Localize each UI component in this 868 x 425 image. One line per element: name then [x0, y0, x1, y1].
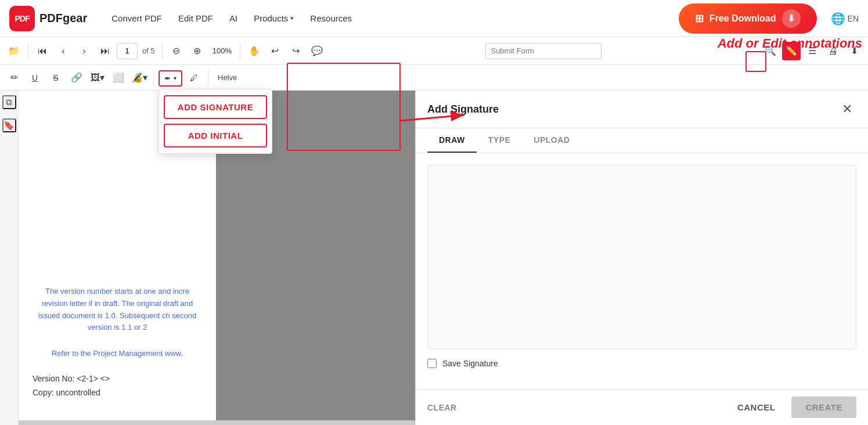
logo-icon: PDF	[9, 6, 35, 31]
divider	[153, 70, 154, 86]
add-signature-dialog: Add Signature ✕ DRAW TYPE UPLOAD Save Si…	[415, 91, 868, 425]
nav-resources[interactable]: Resources	[309, 11, 353, 26]
redo-button[interactable]: ↪	[287, 42, 305, 60]
chevron-down-icon: ▾	[290, 15, 294, 22]
pencil-button[interactable]: ✏	[5, 69, 23, 87]
underline-button[interactable]: U	[26, 69, 44, 87]
cancel-button[interactable]: CANCEL	[728, 397, 785, 418]
nav-convert-pdf[interactable]: Convert PDF	[110, 11, 163, 26]
comment-button[interactable]: 💬	[308, 42, 326, 60]
lang-selector[interactable]: 🌐 EN	[831, 12, 859, 26]
thumbnail-panel-button[interactable]: ⧉	[2, 95, 16, 109]
signature-area: Add Signature ✒ ▾ ADD SIGNATURE ADD INIT…	[159, 69, 182, 87]
main-area: ⧉ 🔖 The version number starts at one and…	[0, 91, 868, 425]
add-initial-button[interactable]: ADD INITIAL	[164, 124, 267, 147]
pdf-copy: Copy: uncontrolled	[33, 388, 202, 397]
font-name: Helve	[218, 73, 237, 82]
clear-button[interactable]: CLEAR	[427, 403, 457, 412]
page-count: of 5	[142, 46, 155, 55]
left-panel: ⧉ 🔖	[0, 91, 19, 425]
windows-icon: ⊞	[695, 12, 704, 25]
chevron-sig-icon: ▾	[174, 75, 177, 81]
dialog-header: Add Signature ✕	[416, 91, 868, 128]
toolbar-annotation: ✏ U S 🔗 🖼▾ ⬜ 🔏▾ Add Signature ✒ ▾ ADD SI…	[0, 65, 868, 91]
prev-page-button[interactable]: ‹	[54, 42, 73, 60]
divider	[208, 70, 208, 86]
dialog-close-button[interactable]: ✕	[838, 100, 856, 118]
tab-draw[interactable]: DRAW	[427, 128, 477, 153]
zoom-level: 100%	[213, 46, 232, 55]
bookmark-panel-button[interactable]: 🔖	[2, 118, 16, 132]
nav-ai[interactable]: AI	[228, 11, 239, 26]
crop-button[interactable]: ⬜	[109, 69, 128, 87]
image-button[interactable]: 🖼▾	[88, 69, 107, 87]
stamp-button[interactable]: 🔏▾	[130, 69, 149, 87]
search-button[interactable]: 🔍	[761, 42, 780, 60]
dialog-action-buttons: CANCEL CREATE	[728, 397, 856, 418]
pdf-version-no: Version No: <2-1> <>	[33, 374, 202, 383]
save-signature-row: Save Signature	[427, 359, 856, 368]
link-button[interactable]: 🔗	[67, 69, 86, 87]
top-nav: PDF PDFgear Convert PDF Edit PDF AI Prod…	[0, 0, 868, 37]
dialog-footer: CLEAR CANCEL CREATE	[416, 389, 868, 425]
first-page-button[interactable]: ⏮	[33, 42, 52, 60]
pen-icon: ✒	[164, 74, 171, 83]
submit-form-input[interactable]	[485, 43, 602, 59]
app-name: PDFgear	[39, 12, 87, 25]
save-signature-checkbox[interactable]	[427, 359, 437, 368]
tab-type[interactable]: TYPE	[477, 128, 523, 153]
dialog-tabs: DRAW TYPE UPLOAD	[416, 128, 868, 153]
divider	[28, 43, 28, 59]
dialog-body: Save Signature	[416, 153, 868, 389]
last-page-button[interactable]: ⏭	[96, 42, 114, 60]
strikethrough-button[interactable]: S	[46, 69, 65, 87]
signature-dropdown: ADD SIGNATURE ADD INITIAL	[159, 89, 272, 154]
tab-upload[interactable]: UPLOAD	[522, 128, 581, 153]
download-button[interactable]: ⬇	[845, 42, 863, 60]
signature-canvas[interactable]	[427, 165, 856, 350]
next-page-button[interactable]: ›	[75, 42, 93, 60]
dialog-title: Add Signature	[427, 103, 499, 116]
open-file-button[interactable]: 📁	[5, 42, 23, 60]
divider	[162, 43, 163, 59]
page-number-input[interactable]	[117, 43, 138, 59]
pdf-blue-text-1: The version number starts at one and inc…	[33, 286, 202, 334]
pdf-blue-text-2: Refer to the Project Management www.	[33, 348, 202, 360]
form-button[interactable]: ☰	[803, 42, 822, 60]
undo-button[interactable]: ↩	[266, 42, 284, 60]
toolbar-main: 📁 ⏮ ‹ › ⏭ of 5 ⊖ ⊕ 100% ✋ ↩ ↪ 💬 🔍 ✏️ ☰ 🖨…	[0, 37, 868, 65]
toolbar-right-actions: 🔍 ✏️ ☰ 🖨 ⬇	[761, 42, 863, 60]
signature-button[interactable]: ✒ ▾	[159, 70, 182, 87]
free-download-button[interactable]: ⊞ Free Download ⬇	[679, 3, 817, 34]
zoom-out-button[interactable]: ⊖	[167, 42, 186, 60]
color-button[interactable]: 🖊	[185, 69, 203, 87]
add-signature-button[interactable]: ADD SIGNATURE	[164, 95, 267, 119]
globe-icon: 🌐	[831, 12, 845, 26]
nav-edit-pdf[interactable]: Edit PDF	[177, 11, 214, 26]
divider	[240, 43, 240, 59]
pan-button[interactable]: ✋	[245, 42, 264, 60]
nav-products[interactable]: Products ▾	[253, 11, 295, 26]
edit-annotations-button[interactable]: ✏️	[782, 42, 801, 60]
download-circle-icon: ⬇	[782, 9, 801, 28]
logo-area: PDF PDFgear	[9, 6, 87, 31]
save-signature-label: Save Signature	[442, 359, 498, 368]
create-button[interactable]: CREATE	[791, 397, 856, 418]
print-button[interactable]: 🖨	[824, 42, 842, 60]
zoom-in-button[interactable]: ⊕	[188, 42, 207, 60]
